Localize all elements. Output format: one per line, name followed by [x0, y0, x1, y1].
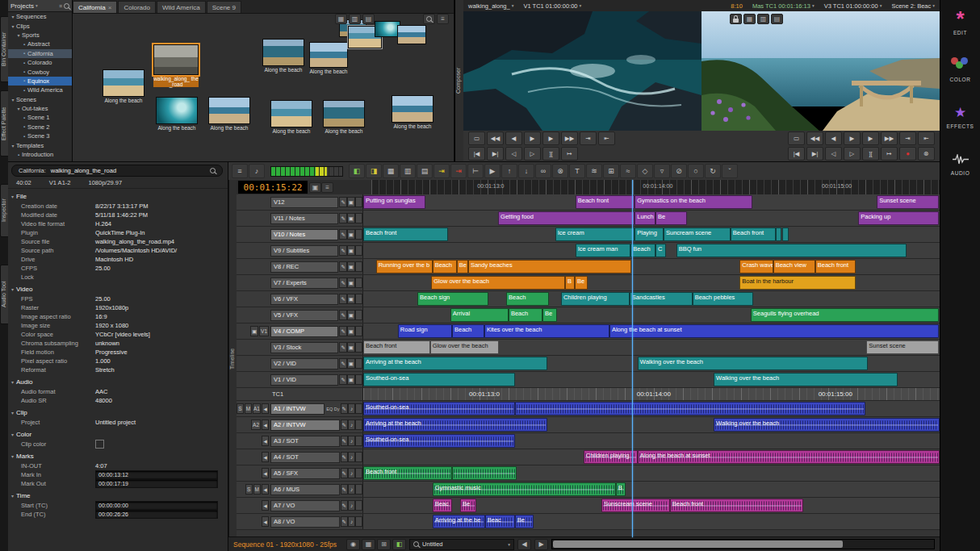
- tree-item-introduction[interactable]: ▪Introduction: [8, 150, 72, 159]
- track-monitor-button[interactable]: ♪: [348, 452, 355, 462]
- source-patch-button[interactable]: V1: [259, 326, 269, 336]
- track-select-button[interactable]: V11 / Notes: [270, 213, 338, 224]
- clip-arrival[interactable]: Arrival: [450, 308, 509, 322]
- track-edit-pencil-icon[interactable]: ✎: [341, 452, 348, 462]
- forward-frame-button-source[interactable]: ▷: [524, 147, 541, 161]
- track-lock-button[interactable]: [355, 326, 362, 336]
- property-value-field[interactable]: 00:00:17:19: [95, 479, 218, 488]
- focus-button[interactable]: ◉: [346, 539, 360, 550]
- track-edit-pencil-icon[interactable]: ✎: [341, 516, 348, 527]
- link-button[interactable]: ∞: [535, 164, 551, 178]
- clip-segment[interactable]: [515, 402, 865, 415]
- clip-boat-in-the-harbour[interactable]: Boat in the harbour: [739, 276, 856, 290]
- tree-item-equinox[interactable]: ▪Equinox: [8, 77, 72, 86]
- tree-item-out-takes[interactable]: ▾Out-takes: [8, 104, 72, 113]
- tree-item-sequences[interactable]: ▾Sequences: [8, 12, 72, 21]
- track-lock-button[interactable]: [355, 229, 362, 240]
- bin-search-icon[interactable]: [423, 14, 435, 24]
- fast-forward-button-source[interactable]: ▶▶: [561, 131, 578, 145]
- property-value-field[interactable]: 00:00:00:00: [95, 501, 218, 510]
- effect-toggle-button[interactable]: ⊞: [377, 539, 391, 550]
- workspace-effects[interactable]: ★EFFECTS: [940, 103, 980, 129]
- back-frame-button-record[interactable]: ◁: [825, 147, 842, 161]
- track-lock-button[interactable]: [355, 500, 362, 511]
- mark-in-button-source[interactable]: ⇥: [580, 131, 597, 145]
- waveform-toggle-button[interactable]: ≋: [586, 164, 602, 178]
- track-edit-pencil-icon[interactable]: ✎: [341, 420, 348, 430]
- track-select-button[interactable]: A6 / MUS: [270, 484, 340, 495]
- clip-sandy-beaches[interactable]: Sandy beaches: [468, 260, 631, 273]
- scrollbar-thumb[interactable]: [553, 541, 843, 548]
- clip-beac[interactable]: Beac: [485, 515, 515, 528]
- section-header-marks[interactable]: ▾Marks: [8, 451, 228, 461]
- mark-out-button-record[interactable]: ⇤: [918, 131, 935, 145]
- clip-southed-on-sea[interactable]: Southed-on-sea: [363, 402, 515, 415]
- section-header-color[interactable]: ▾Color: [8, 429, 228, 440]
- section-header-time[interactable]: ▾Time: [8, 490, 228, 501]
- go-to-end-button-record[interactable]: ▶|: [806, 147, 823, 161]
- track-monitor-button[interactable]: ▣: [347, 261, 355, 272]
- clip-beach-front[interactable]: Beach front: [670, 499, 803, 512]
- track-lock-button[interactable]: [355, 197, 362, 207]
- bin-clip-along-the-beach[interactable]: Along the beach: [208, 97, 250, 131]
- loop-button[interactable]: ↻: [705, 164, 721, 178]
- list-view-icon[interactable]: ▤: [362, 14, 375, 24]
- track-lane-v5[interactable]: ArrivalBeachBeSeagulls flying overhead: [363, 307, 940, 323]
- clip-beach[interactable]: Beach: [506, 292, 549, 306]
- source-patch-button[interactable]: A1: [253, 403, 261, 414]
- track-lock-button[interactable]: [355, 484, 362, 495]
- clip-beach-front[interactable]: Beach front: [363, 227, 448, 241]
- smart-tool-button[interactable]: ▶: [484, 164, 500, 178]
- cut-button[interactable]: ⊗: [552, 164, 568, 178]
- track-edit-pencil-icon[interactable]: ✎: [339, 261, 346, 272]
- track-select-button[interactable]: V1 / VID: [270, 374, 338, 386]
- clip-glow-over-the-beach[interactable]: Glow over the beach: [430, 340, 499, 354]
- clip-sunset-scene[interactable]: Sunset scene: [877, 195, 939, 209]
- clip-beach[interactable]: Beach: [509, 308, 542, 322]
- tree-item-scene-1[interactable]: ▪Scene 1: [8, 113, 72, 122]
- clip-children-playing[interactable]: Children playing: [584, 450, 638, 464]
- clip-glow-over-the-beach[interactable]: Glow over the beach: [431, 276, 565, 290]
- timeline-fast-menu-icon[interactable]: ≡: [321, 182, 333, 193]
- remove-button[interactable]: ⊗: [918, 147, 935, 161]
- clip-gymnastic-music[interactable]: Gymnastic music: [433, 482, 616, 496]
- clip-gymnastics-on-the-beach[interactable]: Gymnastics on the beach: [634, 195, 752, 209]
- workspace-color[interactable]: COLOR: [940, 56, 980, 82]
- track-lane-v3[interactable]: Beach frontGlow over the beachSunset sce…: [363, 340, 940, 355]
- audio-monitor-icon[interactable]: ◀: [262, 436, 269, 446]
- scroll-right-button[interactable]: ▶: [534, 539, 548, 550]
- bin-clip-along-the-beach[interactable]: Along the beach: [323, 100, 365, 134]
- clip-walking-over-the-beach[interactable]: Walking over the beach: [714, 373, 898, 386]
- track-edit-pencil-icon[interactable]: ✎: [341, 484, 348, 495]
- track-select-button[interactable]: A1 / INTVW: [270, 403, 325, 415]
- timeline-view-preset[interactable]: Untitled ▾: [409, 539, 514, 550]
- workspace-audio[interactable]: AUDIO: [940, 150, 980, 176]
- track-select-button[interactable]: A4 / SOT: [270, 452, 340, 463]
- track-select-button[interactable]: V10 / Notes: [270, 229, 338, 240]
- clip-southed-on-sea[interactable]: Southed-on-sea: [363, 434, 515, 448]
- clip-along-the-beach-at-sunset[interactable]: Along the beach at sunset: [609, 324, 939, 338]
- monitor-menu-8-10[interactable]: 8:10: [731, 2, 743, 10]
- clip-beach-front[interactable]: Beach front: [815, 260, 856, 273]
- clip-ice-cream[interactable]: Ice cream: [555, 227, 634, 241]
- audio-monitor-icon[interactable]: ◀: [262, 403, 269, 414]
- find-button[interactable]: ○: [688, 164, 704, 178]
- section-header-audio[interactable]: ▾Audio: [8, 377, 228, 387]
- clip-bbq-fun[interactable]: BBQ fun: [676, 244, 907, 257]
- clip-ice-cream-man[interactable]: Ice cream man: [576, 244, 631, 257]
- lock-icon[interactable]: [730, 14, 742, 24]
- track-lane-a8[interactable]: Arriving at the beBeacBe: [363, 514, 940, 529]
- track-lock-button[interactable]: [355, 374, 362, 385]
- track-lane-v12[interactable]: Putting on sunglasBeach frontGymnastics …: [363, 194, 940, 210]
- section-header-video[interactable]: ▾Video: [8, 284, 228, 294]
- track-lock-button[interactable]: [355, 342, 362, 353]
- bin-clip-along-the-beach[interactable]: Along the beach: [103, 69, 144, 103]
- track-lock-button[interactable]: [355, 420, 362, 430]
- clip-segment[interactable]: [776, 227, 781, 241]
- step-back-button-source[interactable]: ◀: [505, 131, 522, 145]
- workspace-edit[interactable]: *EDIT: [940, 10, 980, 35]
- go-to-end-button-source[interactable]: ▶|: [487, 147, 504, 161]
- track-select-button[interactable]: V2 / VID: [270, 358, 338, 369]
- track-lock-button[interactable]: [355, 403, 362, 414]
- track-select-button[interactable]: V6 / VFX: [270, 294, 338, 305]
